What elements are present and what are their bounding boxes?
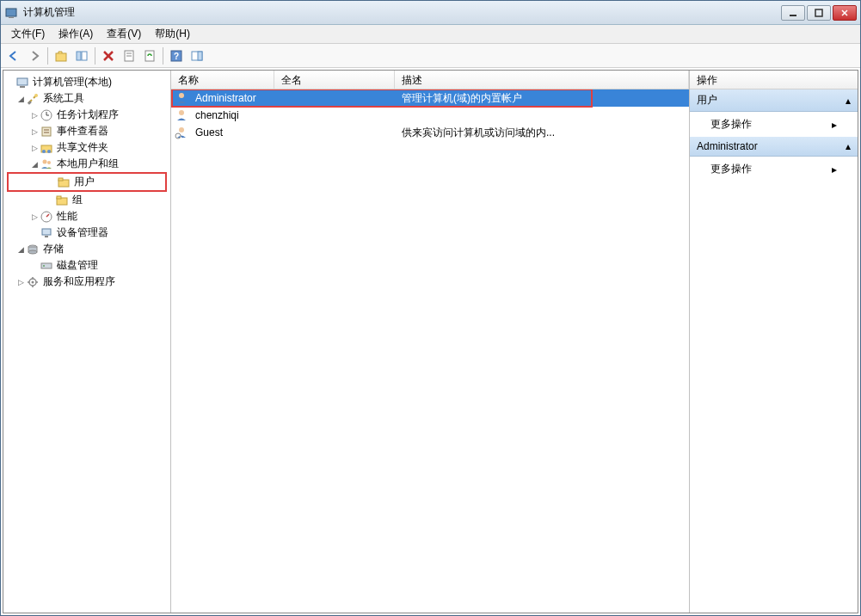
show-hide-tree-button[interactable] [72,46,91,65]
collapse-icon: ▴ [846,95,851,107]
properties-button[interactable] [120,46,138,65]
collapse-icon[interactable]: ◢ [29,160,40,169]
svg-rect-19 [17,78,28,85]
svg-text:?: ? [174,52,179,61]
svg-point-47 [32,280,34,283]
action-group-label: 用户 [697,93,717,108]
tree-event-viewer[interactable]: ▷ 事件查看器 [3,123,170,139]
forward-button[interactable] [25,46,44,65]
tree-storage[interactable]: ◢ 存储 [3,241,170,257]
svg-point-31 [47,150,51,153]
cell-name: chenzhiqi [192,109,278,121]
action-more-admin[interactable]: 更多操作 ▸ [690,157,858,182]
menu-action[interactable]: 操作(A) [52,25,100,43]
col-name[interactable]: 名称 [171,71,274,89]
expand-icon[interactable]: ▷ [29,111,40,120]
tree-label: 共享文件夹 [57,140,108,155]
col-description[interactable]: 描述 [395,71,689,89]
delete-button[interactable] [99,46,118,65]
tree-local-users-groups[interactable]: ◢ 本地用户和组 [3,156,170,172]
window-title: 计算机管理 [23,5,781,20]
svg-rect-6 [56,53,66,61]
tools-icon [26,92,40,106]
toolbar-separator [47,47,48,65]
clock-icon [40,108,53,122]
menu-file[interactable]: 文件(F) [4,25,52,43]
toolbar: ? [1,44,860,68]
tree-panel[interactable]: 计算机管理(本地) ◢ 系统工具 ▷ 任务计划程序 ▷ [3,71,171,613]
cell-desc: 管理计算机(域)的内置帐户 [398,91,689,106]
collapse-icon: ▴ [846,140,851,152]
tree-performance[interactable]: ▷ 性能 [3,208,170,225]
help-button[interactable]: ? [167,46,186,65]
list-header: 名称 全名 描述 [171,71,689,89]
action-label: 更多操作 [710,162,752,176]
tree-label: 本地用户和组 [57,157,119,171]
svg-point-43 [28,250,37,254]
tree-systools[interactable]: ◢ 系统工具 [3,90,170,107]
svg-rect-20 [20,86,25,88]
storage-icon [26,243,40,256]
expand-icon[interactable]: ▷ [29,127,40,136]
tree-label: 计算机管理(本地) [33,75,112,89]
show-hide-action-button[interactable] [188,46,206,65]
minimize-button[interactable] [781,5,805,21]
tree-task-scheduler[interactable]: ▷ 任务计划程序 [3,107,170,123]
tree-label: 系统工具 [43,91,84,106]
close-button[interactable] [833,5,857,21]
services-icon [26,275,40,289]
user-disabled-icon [175,126,188,139]
action-more-users[interactable]: 更多操作 ▸ [690,112,858,137]
user-icon [175,108,188,122]
refresh-button[interactable] [140,46,159,65]
svg-point-45 [43,265,45,267]
menu-help[interactable]: 帮助(H) [148,25,197,43]
collapse-icon[interactable]: ◢ [15,245,26,254]
toolbar-separator [163,47,163,65]
svg-rect-44 [41,263,52,268]
expand-icon[interactable]: ▷ [29,144,40,152]
collapse-icon[interactable]: ◢ [15,95,26,103]
list-row-administrator[interactable]: Administrator 管理计算机(域)的内置帐户 [171,89,689,107]
event-icon [40,125,53,139]
up-button[interactable] [52,46,71,65]
chevron-right-icon: ▸ [832,163,837,176]
list-body[interactable]: Administrator 管理计算机(域)的内置帐户 chenzhiqi Gu… [171,89,689,613]
svg-rect-40 [45,236,48,237]
col-fullname[interactable]: 全名 [274,71,395,89]
action-group-label: Administrator [697,140,758,152]
svg-rect-26 [42,127,51,136]
toolbar-separator [95,47,95,65]
action-group-users[interactable]: 用户 ▴ [690,89,858,112]
tree-label: 事件查看器 [57,124,108,139]
users-icon [40,157,53,171]
svg-rect-3 [815,9,822,16]
tree-disk-management[interactable]: 磁盘管理 [3,257,170,274]
app-window: 计算机管理 文件(F) 操作(A) 查看(V) 帮助(H) ? 计算 [0,0,861,616]
expand-icon[interactable]: ▷ [29,213,40,221]
svg-rect-2 [790,15,796,16]
action-group-administrator[interactable]: Administrator ▴ [690,137,858,157]
tree-root[interactable]: 计算机管理(本地) [3,74,170,90]
list-row-chenzhiqi[interactable]: chenzhiqi [171,107,689,124]
menu-view[interactable]: 查看(V) [100,25,148,43]
tree-device-manager[interactable]: 设备管理器 [3,225,170,241]
disk-icon [40,259,53,273]
svg-rect-35 [58,178,63,181]
svg-point-21 [34,94,38,97]
list-row-guest[interactable]: Guest 供来宾访问计算机或访问域的内... [171,124,689,141]
tree-shared-folders[interactable]: ▷ 共享文件夹 [3,139,170,156]
menu-bar: 文件(F) 操作(A) 查看(V) 帮助(H) [1,25,860,44]
device-icon [40,226,53,240]
tree-users[interactable]: 用户 [7,172,167,192]
maximize-button[interactable] [807,5,831,21]
expand-icon[interactable]: ▷ [15,278,26,286]
svg-rect-14 [145,51,154,61]
svg-rect-39 [42,229,51,235]
tree-services-apps[interactable]: ▷ 服务和应用程序 [3,274,170,290]
tree-groups[interactable]: 组 [3,192,170,208]
svg-rect-7 [77,52,81,60]
svg-rect-18 [198,52,202,60]
chevron-right-icon: ▸ [832,119,837,131]
back-button[interactable] [4,46,23,65]
